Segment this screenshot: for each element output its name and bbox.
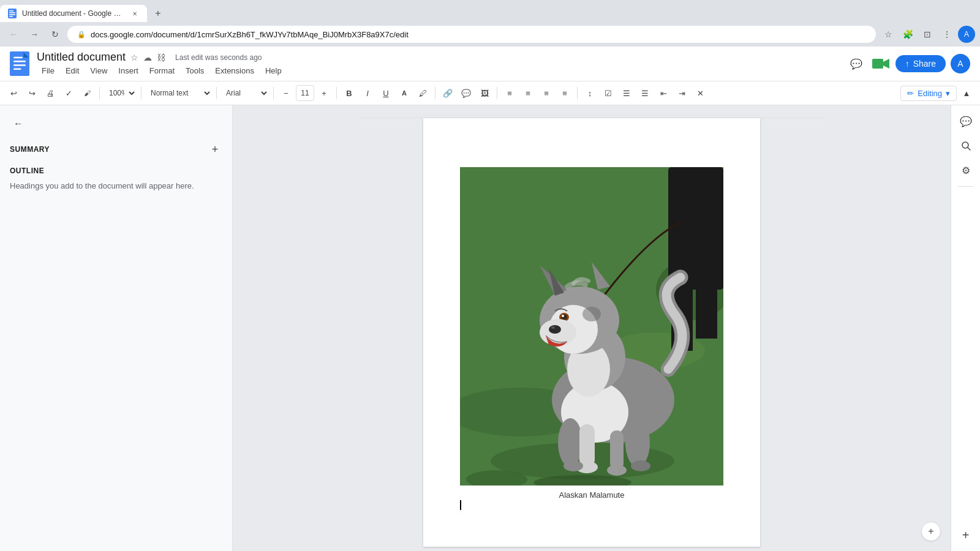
align-center-button[interactable]: ≡ [519, 84, 537, 102]
browser-chrome: Untitled document - Google Do... ✕ + ← →… [0, 0, 980, 47]
menu-help[interactable]: Help [260, 65, 287, 77]
numbers-button[interactable]: ☰ [636, 84, 654, 102]
summary-section: SUMMARY + [10, 142, 222, 157]
indent-decrease-button[interactable]: ⇤ [655, 84, 672, 102]
extension-button[interactable]: 🧩 [899, 26, 916, 43]
redo-button[interactable]: ↪ [23, 84, 40, 102]
font-decrease-button[interactable]: − [277, 84, 295, 102]
clear-formatting-button[interactable]: ✕ [692, 84, 709, 102]
comment-button[interactable]: 💬 [846, 54, 866, 73]
star-icon[interactable]: ☆ [130, 53, 138, 62]
underline-button[interactable]: U [377, 84, 394, 102]
editing-mode-button[interactable]: ✏ Editing ▾ [900, 86, 957, 101]
bullets-button[interactable]: ☰ [618, 84, 635, 102]
svg-rect-42 [579, 424, 595, 467]
doc-image [460, 167, 723, 485]
refresh-button[interactable]: ↻ [47, 26, 64, 43]
explore-button[interactable]: + [921, 522, 941, 541]
align-right-button[interactable]: ≡ [538, 84, 555, 102]
right-panel-add-button[interactable]: + [955, 524, 977, 546]
separator-4 [273, 87, 274, 99]
cast-button[interactable]: ⊡ [919, 26, 936, 43]
link-icon[interactable]: ⛓ [157, 53, 165, 62]
separator-3 [216, 87, 217, 99]
checklist-button[interactable]: ☑ [600, 84, 617, 102]
menu-extensions[interactable]: Extensions [210, 65, 259, 77]
docs-title-area: Untitled document ☆ ☁ ⛓ Last edit was se… [37, 51, 839, 77]
svg-rect-37 [696, 290, 717, 339]
docs-header: Untitled document ☆ ☁ ⛓ Last edit was se… [0, 47, 980, 81]
paintformat-button[interactable]: 🖌 [78, 84, 96, 102]
svg-rect-1 [9, 10, 13, 12]
collapse-toolbar-button[interactable]: ▲ [958, 84, 975, 102]
italic-button[interactable]: I [359, 84, 376, 102]
cloud-icon[interactable]: ☁ [143, 53, 152, 62]
svg-point-56 [561, 314, 567, 320]
sidebar-back-button[interactable]: ← [10, 115, 27, 132]
zoom-select[interactable]: 100% 75% 125% [104, 85, 137, 101]
share-label: Share [913, 59, 936, 69]
separator-6 [435, 87, 435, 99]
address-input[interactable]: 🔒 docs.google.com/document/d/1cmrSurXzBh… [67, 26, 876, 43]
menu-view[interactable]: View [85, 65, 112, 77]
address-bar: ← → ↻ 🔒 docs.google.com/document/d/1cmrS… [0, 22, 980, 47]
right-panel-separator [959, 186, 973, 187]
svg-rect-2 [9, 12, 15, 13]
back-button[interactable]: ← [5, 26, 22, 43]
menu-button[interactable]: ⋮ [938, 26, 956, 43]
document-title[interactable]: Untitled document [37, 51, 126, 64]
text-color-button[interactable]: A [396, 84, 413, 102]
menu-insert[interactable]: Insert [113, 65, 143, 77]
right-panel-comments-button[interactable]: 💬 [955, 110, 977, 132]
undo-button[interactable]: ↩ [5, 84, 22, 102]
menu-edit[interactable]: Edit [61, 65, 84, 77]
user-avatar[interactable]: A [951, 54, 970, 73]
svg-rect-6 [13, 57, 23, 59]
meet-button[interactable] [871, 54, 891, 73]
right-panel-search-button[interactable] [955, 135, 977, 157]
svg-rect-0 [8, 9, 17, 18]
share-button[interactable]: ↑ Share [895, 55, 946, 72]
forward-button[interactable]: → [26, 26, 43, 43]
font-increase-button[interactable]: + [315, 84, 333, 102]
indent-increase-button[interactable]: ⇥ [673, 84, 690, 102]
align-left-button[interactable]: ≡ [501, 84, 518, 102]
document-page[interactable]: Alaskan Malamute [423, 118, 760, 547]
summary-add-button[interactable]: + [208, 142, 222, 157]
active-tab[interactable]: Untitled document - Google Do... ✕ [0, 5, 147, 22]
url-text: docs.google.com/document/d/1cmrSurXzBh6T… [91, 30, 409, 39]
highlight-button[interactable]: 🖊 [414, 84, 431, 102]
comment-toolbar-button[interactable]: 💬 [458, 84, 475, 102]
style-select[interactable]: Normal text Heading 1 Heading 2 [145, 85, 213, 101]
text-cursor [460, 500, 461, 510]
svg-rect-9 [13, 69, 21, 70]
menu-tools[interactable]: Tools [181, 65, 209, 77]
menu-file[interactable]: File [37, 65, 59, 77]
right-panel-settings-button[interactable]: ⚙ [955, 159, 977, 181]
bookmark-button[interactable]: ☆ [880, 26, 897, 43]
menu-format[interactable]: Format [145, 65, 179, 77]
browser-profile[interactable]: A [958, 26, 975, 43]
font-size-input[interactable] [296, 85, 314, 101]
new-tab-button[interactable]: + [149, 5, 167, 22]
justify-button[interactable]: ≡ [556, 84, 573, 102]
print-button[interactable]: 🖨 [42, 84, 59, 102]
svg-rect-3 [9, 14, 15, 15]
link-button[interactable]: 🔗 [439, 84, 456, 102]
separator-7 [497, 87, 497, 99]
svg-line-66 [968, 148, 970, 150]
bold-button[interactable]: B [341, 84, 358, 102]
document-area[interactable]: 1 2 3 4 5 [233, 105, 951, 551]
svg-point-61 [551, 326, 555, 329]
font-select[interactable]: Arial Times New Roman [221, 85, 270, 101]
font-size-area: − + [277, 84, 333, 102]
image-button[interactable]: 🖼 [476, 84, 493, 102]
svg-rect-11 [872, 59, 883, 69]
line-spacing-button[interactable]: ↕ [581, 84, 598, 102]
outline-section: OUTLINE Headings you add to the document… [10, 167, 222, 192]
svg-point-57 [562, 315, 564, 317]
tab-close-button[interactable]: ✕ [130, 9, 140, 18]
bottom-bar: + [921, 522, 941, 541]
spellcheck-button[interactable]: ✓ [60, 84, 77, 102]
last-edit-text: Last edit was seconds ago [175, 53, 262, 62]
